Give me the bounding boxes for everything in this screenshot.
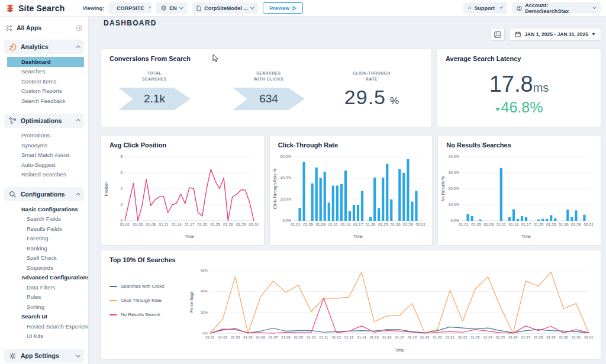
- user-icon: [517, 5, 522, 11]
- avg-click-position-card: Avg Click Position 0246801-0101-0501-080…: [101, 135, 265, 246]
- export-image-button[interactable]: [490, 28, 505, 41]
- svg-text:01-01: 01-01: [291, 223, 301, 227]
- conversions-card: Conversions From Search TOTALSEARCHES2.1…: [101, 49, 432, 127]
- nav-item-related-searches[interactable]: Related Searches: [7, 170, 84, 180]
- nav-section-configurations: ConfigurationsBasic ConfigurationsSearch…: [4, 187, 84, 344]
- nav-item-ranking[interactable]: Ranking: [7, 243, 84, 253]
- nav-item-ui-kits[interactable]: UI Kits: [7, 331, 84, 342]
- brand: Site Search: [5, 4, 65, 13]
- nav-section-analytics: AnalyticsDashboardSearchesContent ItemsC…: [4, 40, 84, 109]
- latency-number: 17.8: [489, 72, 533, 97]
- magnifier-icon: [9, 191, 17, 198]
- svg-text:0%: 0%: [202, 331, 208, 335]
- sidebar: All Apps AnalyticsDashboardSearchesConte…: [0, 17, 89, 364]
- svg-text:01-08: 01-08: [281, 336, 291, 339]
- brand-logo-icon: [5, 4, 15, 13]
- site-select[interactable]: CORPSITE: [109, 2, 152, 14]
- top-searches-chart: 0%20%40%60%01-0101-0201-0301-0501-0601-0…: [189, 263, 596, 353]
- legend-label: Click-Through Rate: [121, 298, 162, 303]
- svg-text:8: 8: [120, 154, 123, 159]
- date-range-picker[interactable]: JAN 1, 2025 - JAN 31, 2025: [509, 28, 601, 41]
- svg-text:01-30: 01-30: [559, 336, 569, 339]
- nav-item-searches[interactable]: Searches: [7, 67, 84, 77]
- funnel-metric-label: CLICK-THROUGHRATE: [353, 70, 391, 82]
- click-through-rate-title: Click-Through Rate: [270, 136, 433, 149]
- legend-item-click-through-rate[interactable]: Click-Through Rate: [109, 298, 189, 303]
- svg-text:20.0%: 20.0%: [449, 186, 460, 191]
- nav-item-rules[interactable]: Rules: [7, 292, 84, 302]
- all-apps[interactable]: All Apps: [0, 20, 88, 36]
- support-menu[interactable]: Support: [463, 2, 507, 14]
- nav-item-sorting[interactable]: Sorting: [7, 302, 84, 312]
- legend-item-searches-with-clicks[interactable]: Searches with Clicks: [109, 284, 189, 289]
- legend-item-no-results-search[interactable]: No Results Search: [109, 312, 189, 317]
- svg-text:Time: Time: [395, 348, 404, 352]
- nav-item-results-fields[interactable]: Results Fields: [7, 224, 84, 234]
- svg-text:40.0%: 40.0%: [280, 176, 291, 180]
- date-range-label: JAN 1, 2025 - JAN 31, 2025: [524, 31, 588, 37]
- locale-select[interactable]: EN: [156, 2, 187, 14]
- svg-text:01-15: 01-15: [370, 336, 379, 339]
- funnel-metric-1: SEARCHESWITH CLICKS634: [221, 62, 316, 110]
- nav-section-header-app-settings[interactable]: App Settings: [4, 349, 84, 363]
- latency-title: Average Search Latency: [437, 49, 601, 62]
- nav-item-smart-match-assist[interactable]: Smart Match Assist: [7, 150, 84, 160]
- nav-item-promotions[interactable]: Promotions: [7, 131, 84, 141]
- collapse-sidebar-icon[interactable]: [76, 25, 82, 31]
- kpi-row: Conversions From Search TOTALSEARCHES2.1…: [101, 49, 601, 127]
- legend-label: Searches with Clicks: [121, 284, 165, 289]
- nav-item-stopwords[interactable]: Stopwords: [7, 263, 84, 273]
- nav-section-label: Optimizations: [21, 117, 62, 124]
- legend-swatch: [109, 314, 117, 315]
- svg-text:01-23: 01-23: [378, 223, 388, 227]
- nav-section-header-optimizations[interactable]: Optimizations: [4, 114, 84, 128]
- triangle-down-icon: [495, 108, 500, 111]
- svg-text:01-01: 01-01: [459, 223, 469, 227]
- svg-text:01-21: 01-21: [446, 336, 455, 339]
- nav-section-header-configurations[interactable]: Configurations: [4, 187, 84, 201]
- svg-text:Percentage: Percentage: [189, 291, 194, 313]
- nav-section-label: Analytics: [21, 43, 49, 50]
- account-label: Account: DemoSearchStax: [525, 2, 588, 14]
- svg-text:01-11: 01-11: [328, 223, 338, 227]
- svg-text:01-26: 01-26: [508, 336, 518, 339]
- chevron-down-icon: [593, 5, 597, 9]
- svg-text:01-01: 01-01: [120, 223, 130, 227]
- model-select[interactable]: CorpSiteModel ...: [192, 2, 258, 14]
- preview-button[interactable]: Preview: [263, 2, 303, 14]
- svg-text:01-17: 01-17: [395, 336, 404, 339]
- nav-item-content-items[interactable]: Content Items: [7, 76, 84, 86]
- funnel-arrow-value: 634: [233, 88, 305, 110]
- support-label: Support: [474, 5, 495, 11]
- legend-swatch: [109, 286, 117, 287]
- svg-text:01-22: 01-22: [458, 336, 468, 339]
- nav-item-faceting[interactable]: Faceting: [7, 234, 84, 244]
- top-searches-row: Top 10% Of Searches Searches with Clicks…: [101, 250, 601, 360]
- svg-text:01-14: 01-14: [509, 223, 519, 227]
- svg-text:01-23: 01-23: [546, 223, 556, 227]
- nav-item-synonyms[interactable]: Synonyms: [7, 140, 84, 150]
- nav-item-data-filters[interactable]: Data Filters: [7, 282, 84, 292]
- nav-item-spell-check[interactable]: Spell Check: [7, 253, 84, 263]
- nav-item-auto-suggest[interactable]: Auto-Suggest: [7, 160, 84, 170]
- nav-item-custom-reports[interactable]: Custom Reports: [7, 86, 84, 96]
- svg-text:01-29: 01-29: [571, 223, 581, 227]
- nav-item-search-feedback[interactable]: Search Feedback: [7, 96, 84, 106]
- conversions-funnel: TOTALSEARCHES2.1kSEARCHESWITH CLICKS634C…: [101, 62, 431, 110]
- svg-text:01-26: 01-26: [391, 223, 401, 227]
- nav-section-header-analytics[interactable]: Analytics: [4, 40, 84, 54]
- svg-text:6: 6: [120, 170, 123, 175]
- globe-icon: [161, 5, 166, 11]
- nav-item-dashboard[interactable]: Dashboard: [7, 57, 84, 67]
- nav-item-hosted-search-experience[interactable]: Hosted Search Experience: [7, 321, 84, 331]
- svg-text:01-23: 01-23: [470, 336, 480, 339]
- funnel-metric-0: TOTALSEARCHES2.1k: [107, 62, 202, 110]
- svg-text:60.0%: 60.0%: [280, 154, 291, 159]
- account-menu[interactable]: Account: DemoSearchStax: [512, 2, 601, 14]
- nav-item-search-fields[interactable]: Search Fields: [7, 214, 84, 224]
- svg-text:01-14: 01-14: [357, 336, 366, 339]
- file-icon: [196, 5, 201, 11]
- no-results-searches-title: No Results Searches: [438, 136, 601, 149]
- svg-text:01-11: 01-11: [159, 223, 169, 227]
- no-results-searches-chart: 0.0%10.0%20.0%30.0%40.0%01-0101-0501-080…: [440, 151, 597, 240]
